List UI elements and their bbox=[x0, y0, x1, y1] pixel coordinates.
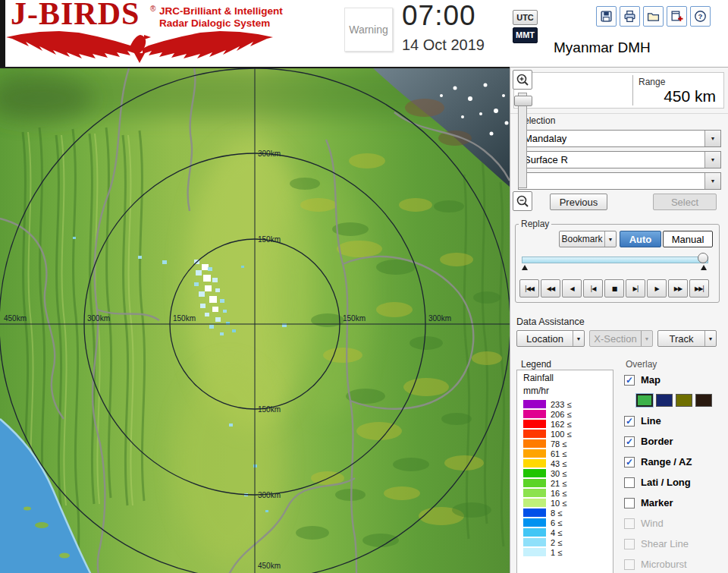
checkbox[interactable]: ✓ bbox=[624, 457, 635, 468]
overlay-item-wind[interactable]: Wind bbox=[624, 513, 727, 534]
legend-value: 162 ≤ bbox=[551, 420, 571, 429]
checkbox[interactable] bbox=[624, 477, 635, 488]
mmt-button[interactable]: MMT bbox=[513, 27, 538, 43]
overlay-item-microburst[interactable]: Microburst bbox=[624, 554, 727, 573]
overlay-item-border[interactable]: ✓Border bbox=[624, 431, 727, 452]
checkbox[interactable] bbox=[624, 518, 635, 529]
legend-row: 162 ≤ bbox=[517, 419, 613, 429]
magnifier-minus-icon bbox=[516, 194, 529, 208]
app-logo-subtitle: JRC-Brilliant & Intelligent Radar Dialog… bbox=[159, 5, 283, 30]
radar-map[interactable]: 300km 150km 150km 300km 450km 450km 300k… bbox=[0, 68, 510, 573]
checkbox[interactable] bbox=[624, 559, 635, 570]
legend-color-swatch bbox=[523, 400, 546, 408]
location-button[interactable]: Location ▼ bbox=[516, 330, 585, 347]
legend-value: 233 ≤ bbox=[551, 400, 571, 409]
extra-dropdown[interactable]: ▼ bbox=[518, 172, 721, 190]
track-button[interactable]: Track ▼ bbox=[657, 330, 717, 347]
site-dropdown-value: Mandalay bbox=[524, 133, 566, 144]
help-icon: ? bbox=[694, 10, 707, 23]
checkbox[interactable]: ✓ bbox=[624, 416, 635, 427]
data-assistance-label: Data Assistance bbox=[516, 316, 585, 327]
checkbox[interactable] bbox=[624, 539, 635, 549]
overlay-item-shear-line[interactable]: Shear Line bbox=[624, 534, 727, 554]
checkbox[interactable] bbox=[624, 498, 635, 508]
zoom-slider-thumb[interactable] bbox=[514, 96, 532, 106]
ring-label: 450km bbox=[258, 562, 281, 570]
ring-label: 150km bbox=[258, 235, 281, 244]
legend-value: 2 ≤ bbox=[551, 538, 562, 547]
replay-timeline-thumb[interactable] bbox=[698, 253, 708, 263]
overlay-item-label: Line bbox=[641, 415, 661, 427]
overlay-item-label: Shear Line bbox=[641, 538, 689, 549]
zoom-in-button[interactable] bbox=[513, 70, 532, 90]
app-logo-title: J-BIRDS bbox=[11, 0, 140, 32]
legend-color-swatch bbox=[523, 499, 546, 507]
auto-mode-button[interactable]: Auto bbox=[620, 231, 661, 247]
logo-subtitle-line1: JRC-Brilliant & Intelligent bbox=[159, 5, 283, 17]
location-label: Location bbox=[517, 333, 573, 345]
site-dropdown[interactable]: Mandalay ▼ bbox=[518, 130, 721, 147]
open-folder-button[interactable] bbox=[643, 6, 664, 27]
checkbox[interactable]: ✓ bbox=[624, 375, 635, 386]
zoom-out-button[interactable] bbox=[513, 191, 532, 211]
ring-label: 300km bbox=[258, 491, 281, 499]
bookmark-button[interactable]: Bookmark ▼ bbox=[559, 231, 617, 247]
utc-button[interactable]: UTC bbox=[513, 10, 538, 25]
fast-forward-button[interactable]: ▶▶ bbox=[668, 279, 688, 298]
overlay-item-lati-long[interactable]: Lati / Long bbox=[624, 472, 727, 493]
chevron-down-icon[interactable]: ▼ bbox=[604, 231, 616, 247]
new-window-button[interactable] bbox=[667, 6, 687, 27]
legend-unit-line2: mm/hr bbox=[523, 386, 613, 396]
warning-button[interactable]: Warning bbox=[344, 8, 393, 52]
play-reverse-button[interactable]: ◀ bbox=[562, 279, 582, 298]
legend-row: 6 ≤ bbox=[517, 518, 613, 527]
overlay-label: Overlay bbox=[626, 359, 657, 370]
manual-mode-button[interactable]: Manual bbox=[663, 231, 713, 247]
legend-row: 61 ≤ bbox=[517, 449, 613, 458]
zoom-slider-track[interactable] bbox=[518, 93, 527, 188]
checkbox[interactable]: ✓ bbox=[624, 436, 635, 447]
fast-rewind-button[interactable]: ◀◀ bbox=[541, 279, 560, 298]
chevron-down-icon[interactable]: ▼ bbox=[704, 152, 720, 168]
print-button[interactable] bbox=[620, 6, 640, 27]
chevron-down-icon[interactable]: ▼ bbox=[704, 131, 720, 146]
map-swatch[interactable] bbox=[676, 394, 692, 407]
play-button[interactable]: ▶ bbox=[647, 279, 667, 298]
skip-end-button[interactable]: ▶▶| bbox=[689, 279, 709, 298]
overlay-item-label: Wind bbox=[641, 518, 664, 529]
save-button[interactable] bbox=[596, 6, 617, 27]
select-button[interactable]: Select bbox=[653, 194, 717, 210]
step-back-button[interactable]: |◀ bbox=[583, 279, 603, 298]
overlay-item-label: Map bbox=[641, 374, 661, 386]
ring-label: 300km bbox=[428, 314, 451, 323]
chevron-down-icon[interactable]: ▼ bbox=[573, 331, 584, 346]
map-swatch[interactable] bbox=[636, 394, 653, 407]
replay-timeline-track[interactable] bbox=[522, 257, 708, 263]
window-plus-icon bbox=[670, 10, 683, 23]
chevron-down-icon[interactable]: ▼ bbox=[641, 331, 652, 346]
overlay-item-marker[interactable]: Marker bbox=[624, 493, 727, 513]
legend-value: 61 ≤ bbox=[551, 449, 566, 458]
overlay-item-label: Lati / Long bbox=[641, 477, 691, 488]
step-forward-button[interactable]: ▶| bbox=[626, 279, 645, 298]
divider bbox=[632, 75, 633, 105]
previous-button[interactable]: Previous bbox=[550, 194, 607, 210]
chevron-down-icon[interactable]: ▼ bbox=[704, 173, 720, 189]
help-button[interactable]: ? bbox=[690, 6, 711, 27]
overlay-item-line[interactable]: ✓Line bbox=[624, 411, 727, 431]
stop-button[interactable]: ■ bbox=[604, 279, 624, 298]
map-color-swatches bbox=[624, 390, 727, 411]
chevron-down-icon[interactable]: ▼ bbox=[704, 331, 716, 346]
map-swatch[interactable] bbox=[695, 394, 712, 407]
skip-start-button[interactable]: |◀◀ bbox=[519, 279, 539, 298]
legend-value: 1 ≤ bbox=[551, 548, 562, 557]
legend-color-swatch bbox=[523, 508, 546, 517]
product-dropdown[interactable]: Surface R ▼ bbox=[518, 151, 721, 168]
map-swatch[interactable] bbox=[656, 394, 673, 407]
legend-value: 10 ≤ bbox=[551, 499, 566, 508]
overlay-item-range-az[interactable]: ✓Range / AZ bbox=[624, 452, 727, 472]
xsection-button[interactable]: X-Section ▼ bbox=[589, 330, 653, 347]
radar-map-view[interactable]: 300km 150km 150km 300km 450km 450km 300k… bbox=[0, 67, 510, 573]
legend-row: 4 ≤ bbox=[517, 527, 613, 537]
overlay-item-map[interactable]: ✓Map bbox=[624, 370, 727, 390]
